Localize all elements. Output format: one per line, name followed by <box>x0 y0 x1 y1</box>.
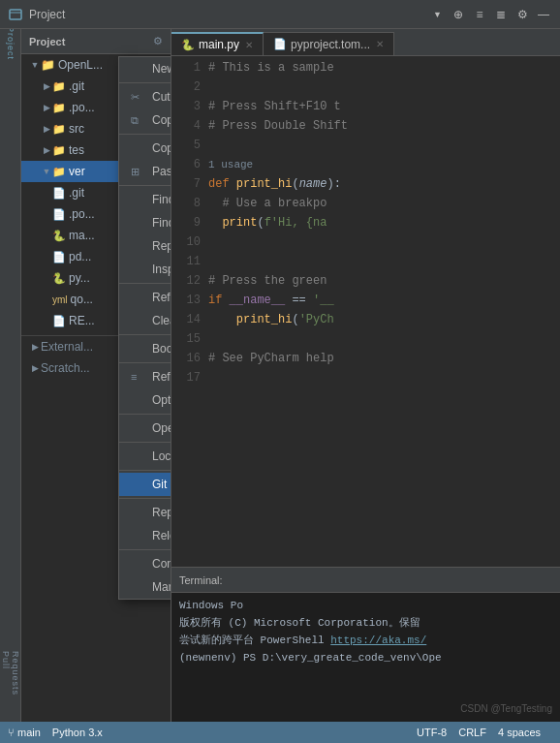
terminal-header: Terminal: <box>171 568 560 593</box>
menu-open-in[interactable]: Open In ▶ <box>119 417 171 440</box>
terminal-title: Terminal: <box>179 574 223 586</box>
panel-settings-icon[interactable]: ⚙ <box>153 35 163 47</box>
tes-arrow-icon: ▶ <box>41 144 52 156</box>
menu-copy-path[interactable]: Copy Path/Reference... <box>119 137 171 160</box>
menu-inspect[interactable]: Inspect Code... <box>119 258 171 281</box>
ver-py-icon: 🐍 <box>52 272 66 285</box>
copy-icon: ⧉ <box>131 114 146 127</box>
menu-cut[interactable]: ✂ Cut Ctrl+X <box>119 85 171 108</box>
tes-label: tes <box>69 143 84 157</box>
menu-inspect-label: Inspect Code... <box>152 263 171 276</box>
menu-repair-ide[interactable]: Repair IDE on File <box>119 501 171 524</box>
code-line-4: # Press Double Shift <box>208 116 560 136</box>
status-spaces[interactable]: 4 spaces <box>498 727 541 738</box>
status-encoding-label: UTF-8 <box>417 727 447 738</box>
menu-compare-with[interactable]: Compare With... Ctrl+D <box>119 552 171 575</box>
status-encoding[interactable]: UTF-8 <box>417 727 447 738</box>
activity-project[interactable]: Project <box>1 33 20 52</box>
src-label: src <box>69 122 84 136</box>
line-num-4: 4 <box>171 116 201 136</box>
menu-mark-dir[interactable]: Mark Directory as ▶ <box>119 575 171 599</box>
menu-replace-in-files[interactable]: Replace in Files... Ctrl+Shift+R <box>119 234 171 258</box>
activity-pull-requests[interactable]: Pull Requests <box>1 664 20 683</box>
term-link[interactable]: https://aka.ms/ <box>330 635 426 646</box>
git-label: .git <box>69 79 84 93</box>
toolbar-icon-3[interactable]: ≣ <box>492 6 510 23</box>
divider-1 <box>119 82 171 83</box>
divider-10 <box>119 498 171 499</box>
line-num-9: 9 <box>171 213 201 232</box>
reformat-icon: ≡ <box>131 371 146 383</box>
ver-main-label: ma... <box>69 229 95 242</box>
menu-find-usages[interactable]: Find Usages Alt+F7 <box>119 188 171 211</box>
scratch-label: Scratch... <box>41 361 90 375</box>
code-line-5 <box>208 136 560 155</box>
menu-open-in-label: Open In <box>152 421 171 435</box>
menu-compare-label: Compare With... <box>152 557 171 571</box>
toolbar-icon-4[interactable]: ⚙ <box>513 6 531 23</box>
menu-find-in-files[interactable]: Find in Files... Ctrl+Shift+F <box>119 211 171 234</box>
toolbar-icon-1[interactable]: ⊕ <box>450 6 467 23</box>
cut-icon: ✂ <box>131 91 146 104</box>
divider-9 <box>119 470 171 471</box>
line-num-17: 17 <box>171 368 201 387</box>
code-line-3: # Press Shift+F10 t <box>208 97 560 116</box>
tab-pyproject-close[interactable]: ✕ <box>376 39 384 49</box>
menu-local-history[interactable]: Local History ▶ <box>119 445 171 468</box>
term-line-4: 尝试新的跨平台 PowerShell https://aka.ms/ <box>179 632 552 649</box>
git-arrow-icon: ▶ <box>41 80 52 92</box>
tes-folder-icon: 📁 <box>52 144 66 157</box>
code-area[interactable]: # This is a sample # Press Shift+F10 t #… <box>208 56 560 567</box>
menu-git[interactable]: Git ▶ <box>119 473 171 496</box>
line-num-3: 3 <box>171 97 201 116</box>
status-git[interactable]: ⑂ main <box>8 727 41 738</box>
menu-paste-label: Paste <box>152 165 171 178</box>
divider-8 <box>119 442 171 443</box>
line-num-11: 11 <box>171 252 201 271</box>
tab-main-py[interactable]: 🐍 main.py ✕ <box>171 32 264 55</box>
menu-new[interactable]: New ▶ <box>119 57 171 80</box>
toolbar-icon-5[interactable]: — <box>535 6 552 23</box>
menu-clean-compiled[interactable]: Clean Python Compiled Files <box>119 309 171 332</box>
panel-title: Project <box>29 36 65 47</box>
code-line-9: print(f'Hi, {na <box>208 213 560 232</box>
line-num-8: 8 <box>171 194 201 213</box>
menu-find-files-label: Find in Files... <box>152 216 171 230</box>
menu-reload[interactable]: Reload from Disk <box>119 524 171 547</box>
tab-pyproject[interactable]: 📄 pyproject.tom... ✕ <box>264 32 394 55</box>
svg-rect-0 <box>10 10 21 19</box>
term-line-1: Windows Po <box>179 597 552 614</box>
po-arrow-icon: ▶ <box>41 102 52 113</box>
external-label: External... <box>41 340 93 354</box>
menu-optimize-imports[interactable]: Optimize Imports Ctrl+Alt+O <box>119 388 171 412</box>
menu-paste[interactable]: ⊞ Paste Ctrl+V <box>119 160 171 183</box>
line-num-10: 10 <box>171 232 201 252</box>
divider-6 <box>119 362 171 363</box>
divider-2 <box>119 134 171 135</box>
toolbar-icon-2[interactable]: ≡ <box>471 6 488 23</box>
menu-refactor[interactable]: Refactor ▶ <box>119 286 171 309</box>
line-num-2: 2 <box>171 77 201 97</box>
title-dropdown-icon[interactable]: ▼ <box>433 10 442 19</box>
git-folder-icon: 📁 <box>52 80 66 93</box>
code-line-6: 1 usage <box>208 155 560 174</box>
menu-replace-files-label: Replace in Files... <box>152 239 171 253</box>
line-num-6: 6 <box>171 155 201 174</box>
project-icon <box>8 7 23 22</box>
ver-folder-icon: 📁 <box>52 166 66 178</box>
menu-optimize-label: Optimize Imports <box>152 393 171 407</box>
menu-copy[interactable]: ⧉ Copy Ctrl+C <box>119 108 171 132</box>
project-panel: Project ⚙ ▼ 📁 OpenL... ▶ 📁 .git ▶ 📁 .po.… <box>21 29 171 722</box>
status-line-ending[interactable]: CRLF <box>458 727 486 738</box>
title-bar: Project ▼ ⊕ ≡ ≣ ⚙ — <box>0 0 560 29</box>
tab-main-py-label: main.py <box>199 38 239 51</box>
menu-mark-dir-label: Mark Directory as <box>152 580 171 594</box>
status-python[interactable]: Python 3.x <box>52 727 103 738</box>
editor-area: 🐍 main.py ✕ 📄 pyproject.tom... ✕ 1 2 3 4 <box>171 29 560 722</box>
src-folder-icon: 📁 <box>52 123 66 136</box>
menu-bookmarks[interactable]: Bookmarks ▶ <box>119 337 171 360</box>
menu-reformat[interactable]: ≡ Reformat Code Ctrl+Alt+L <box>119 365 171 388</box>
ver-po-label: .po... <box>69 207 95 221</box>
tab-pyproject-label: pyproject.tom... <box>291 38 370 51</box>
tab-main-py-close[interactable]: ✕ <box>245 40 253 50</box>
